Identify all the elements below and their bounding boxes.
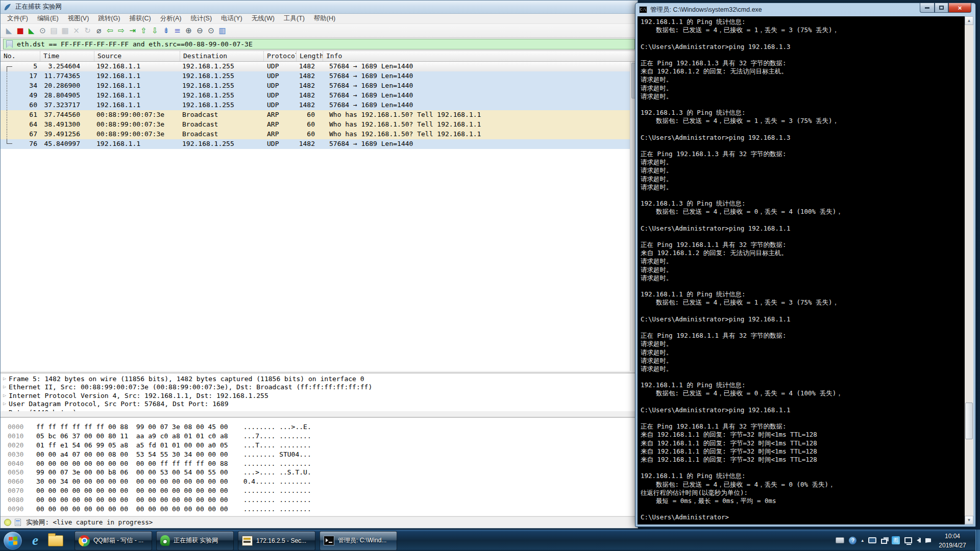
- menu-go[interactable]: 跳转(G): [93, 13, 125, 24]
- capture-comment-icon[interactable]: [15, 519, 21, 526]
- internet-explorer-icon[interactable]: e: [27, 532, 44, 549]
- packet-row[interactable]: 34 20.286900 192.168.1.1 192.168.1.255 U…: [1, 81, 638, 91]
- expander-icon[interactable]: ▷: [1, 409, 9, 411]
- scroll-down-arrow[interactable]: ▼: [965, 516, 973, 524]
- menu-tools[interactable]: 工具(T): [279, 13, 309, 24]
- related-packet-bracket: [7, 110, 12, 120]
- column-header-info[interactable]: Info: [323, 51, 638, 61]
- packet-row[interactable]: 5 3.254604 192.168.1.1 192.168.1.255 UDP…: [1, 62, 638, 71]
- console-line: [641, 216, 962, 224]
- expander-icon[interactable]: ▷: [1, 375, 9, 383]
- menu-edit[interactable]: 编辑(E): [33, 13, 63, 24]
- zoom-100-icon[interactable]: ⊙: [206, 26, 216, 36]
- close-button[interactable]: ×: [948, 3, 971, 13]
- scroll-up-arrow[interactable]: ▲: [965, 16, 973, 25]
- expander-icon[interactable]: ▷: [1, 400, 9, 408]
- cmd-titlebar[interactable]: C:\ 管理员: C:\Windows\system32\cmd.exe ×: [635, 3, 975, 16]
- resize-columns-icon[interactable]: ▥: [217, 26, 228, 36]
- hex-row[interactable]: 008000 00 00 00 00 00 00 00 00 00 00 00 …: [8, 496, 638, 505]
- taskbar-button-securecrt[interactable]: 172.16.2.5 - Sec...: [238, 531, 315, 550]
- zoom-in-icon[interactable]: ⊕: [183, 26, 194, 36]
- expander-icon[interactable]: ▷: [1, 392, 9, 400]
- wireshark-titlebar[interactable]: 正在捕获 实验网: [1, 1, 638, 14]
- cmd-scrollbar[interactable]: ▲ ▼: [965, 16, 973, 524]
- cmd-window-title: 管理员: C:\Windows\system32\cmd.exe: [650, 6, 762, 14]
- start-capture-icon[interactable]: ◣: [4, 26, 14, 36]
- stop-capture-icon[interactable]: ■: [15, 26, 26, 36]
- find-packet-icon[interactable]: ⌀: [93, 26, 104, 36]
- reload-file-icon[interactable]: ↻: [82, 26, 93, 36]
- detail-line[interactable]: ▷Internet Protocol Version 4, Src: 192.1…: [1, 392, 638, 400]
- colorize-icon[interactable]: ≡: [172, 26, 183, 36]
- show-desktop-button[interactable]: [975, 530, 980, 551]
- go-back-icon[interactable]: ⇦: [105, 26, 115, 36]
- hex-row[interactable]: 0000ff ff ff ff ff ff 00 88 99 00 07 3e …: [8, 423, 638, 432]
- menu-wireless[interactable]: 无线(W): [247, 13, 279, 24]
- menu-file[interactable]: 文件(F): [3, 13, 33, 24]
- column-header-length[interactable]: Length: [297, 51, 323, 61]
- open-file-icon[interactable]: ▤: [48, 26, 59, 36]
- windows-explorer-icon[interactable]: [47, 532, 64, 549]
- menu-analyze[interactable]: 分析(A): [156, 13, 186, 24]
- hex-row[interactable]: 001005 bc 06 37 00 00 80 11 aa a9 c0 a8 …: [8, 432, 638, 441]
- console-line: C:\Users\Administrator>ping 192.168.1.3: [641, 43, 962, 51]
- close-file-icon[interactable]: ×: [71, 26, 82, 36]
- hex-offset: 0080: [8, 496, 29, 504]
- menu-help[interactable]: 帮助(H): [309, 13, 340, 24]
- menu-view[interactable]: 视图(V): [63, 13, 94, 24]
- go-to-packet-icon[interactable]: ⇥: [127, 26, 138, 36]
- display-filter-input[interactable]: eth.dst == FF-FF-FF-FF-FF-FF and eth.src…: [3, 39, 635, 49]
- packet-row[interactable]: 49 28.804905 192.168.1.1 192.168.1.255 U…: [1, 91, 638, 101]
- hex-row[interactable]: 003000 00 a4 07 00 00 08 00 53 54 55 30 …: [8, 450, 638, 460]
- hex-row[interactable]: 006030 00 34 00 00 00 00 00 00 00 00 00 …: [8, 478, 638, 487]
- minimize-button[interactable]: [920, 3, 935, 13]
- column-header-no[interactable]: No.: [1, 51, 40, 61]
- filter-bookmark-icon[interactable]: [6, 40, 13, 48]
- detail-line[interactable]: ▷Data (1440 bytes): [1, 409, 638, 411]
- detail-line[interactable]: ▷Frame 5: 1482 bytes on wire (11856 bits…: [1, 375, 638, 383]
- column-header-source[interactable]: Source: [94, 51, 180, 61]
- menu-statistics[interactable]: 统计(S): [186, 13, 216, 24]
- console-line: 来自 192.168.1.1 的回复: 字节=32 时间<1ms TTL=128: [641, 431, 962, 439]
- capture-properties-icon[interactable]: [4, 519, 11, 526]
- menu-telephony[interactable]: 电话(Y): [216, 13, 247, 24]
- expander-icon[interactable]: ▷: [1, 383, 9, 391]
- clock-time: 10:04: [932, 532, 973, 541]
- packet-row[interactable]: 67 39.491256 00:88:99:00:07:3e Broadcast…: [1, 130, 638, 139]
- start-button[interactable]: [3, 531, 22, 550]
- taskbar-button-qq-mail[interactable]: QQ邮箱 - 写信 - ...: [75, 531, 152, 550]
- go-last-icon[interactable]: ⇩: [150, 26, 160, 36]
- maximize-button[interactable]: [935, 3, 948, 13]
- packet-row[interactable]: 64 38.491300 00:88:99:00:07:3e Broadcast…: [1, 120, 638, 130]
- column-header-time[interactable]: Time: [40, 51, 94, 61]
- packet-row[interactable]: 17 11.774365 192.168.1.1 192.168.1.255 U…: [1, 71, 638, 81]
- console-line: 请求超时。: [641, 348, 962, 357]
- detail-line[interactable]: ▷User Datagram Protocol, Src Port: 57684…: [1, 400, 638, 408]
- taskbar-button-cmd[interactable]: 管理员: C:\Wind...: [320, 531, 397, 550]
- hex-row[interactable]: 005099 00 07 3e 00 00 b8 06 00 00 53 00 …: [8, 468, 638, 478]
- restart-capture-icon[interactable]: ◣: [26, 26, 37, 36]
- taskbar-clock[interactable]: 10:04 2019/4/27: [932, 532, 973, 550]
- detail-line[interactable]: ▷Ethernet II, Src: 00:88:99:00:07:3e (00…: [1, 383, 638, 391]
- packet-row[interactable]: 60 37.323717 192.168.1.1 192.168.1.255 U…: [1, 101, 638, 110]
- cmd-scrollbar-thumb[interactable]: [965, 403, 973, 439]
- packet-rows: 5 3.254604 192.168.1.1 192.168.1.255 UDP…: [1, 62, 638, 149]
- capture-options-icon[interactable]: ⊙: [37, 26, 48, 36]
- column-header-destination[interactable]: Destination: [180, 51, 264, 61]
- menu-capture[interactable]: 捕获(C): [125, 13, 155, 24]
- go-first-icon[interactable]: ⇧: [138, 26, 149, 36]
- hex-row[interactable]: 009000 00 00 00 00 00 00 00 00 00 00 00 …: [8, 505, 638, 514]
- packet-row[interactable]: 76 45.840997 192.168.1.1 192.168.1.255 U…: [1, 139, 638, 149]
- console-line: C:\Users\Administrator>: [641, 513, 962, 521]
- related-packet-bracket: [7, 81, 12, 91]
- hex-row[interactable]: 004000 00 00 00 00 00 00 00 00 00 ff ff …: [8, 460, 638, 469]
- save-file-icon[interactable]: ▦: [60, 26, 70, 36]
- go-forward-icon[interactable]: ⇨: [116, 26, 127, 36]
- packet-row[interactable]: 61 37.744560 00:88:99:00:07:3e Broadcast…: [1, 110, 638, 120]
- auto-scroll-icon[interactable]: ⇟: [161, 26, 172, 36]
- zoom-out-icon[interactable]: ⊖: [194, 26, 205, 36]
- hex-row[interactable]: 007000 00 00 00 00 00 00 00 00 00 00 00 …: [8, 487, 638, 496]
- hex-row[interactable]: 002001 ff e1 54 06 99 05 a8 a5 fd 01 01 …: [8, 441, 638, 450]
- taskbar-button-wireshark[interactable]: 正在捕获 实验网: [156, 531, 234, 550]
- column-header-protocol[interactable]: Protocol: [264, 51, 297, 61]
